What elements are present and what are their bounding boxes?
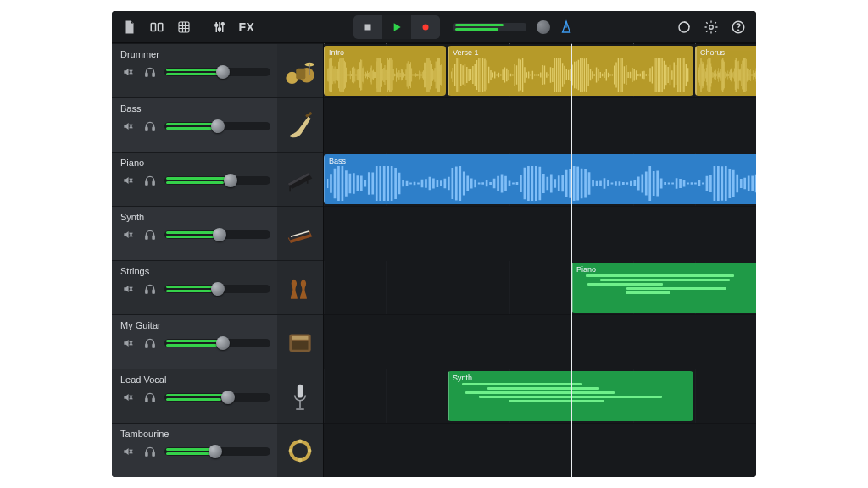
track-header[interactable]: Strings: [112, 261, 323, 315]
instrument-icon[interactable]: [277, 207, 323, 260]
volume-thumb[interactable]: [221, 391, 235, 404]
track-header[interactable]: My Guitar: [112, 315, 323, 369]
instrument-icon[interactable]: [277, 98, 323, 152]
track-header[interactable]: Lead Vocal: [112, 369, 323, 424]
mute-icon[interactable]: [120, 390, 136, 405]
headphones-icon[interactable]: [142, 119, 158, 134]
svg-point-60: [308, 448, 312, 452]
svg-point-61: [298, 458, 303, 462]
volume-thumb[interactable]: [216, 65, 230, 79]
mute-icon[interactable]: [120, 64, 136, 80]
instrument-icon[interactable]: [277, 369, 323, 423]
headphones-icon[interactable]: [142, 390, 158, 405]
track-lane[interactable]: IntroVerse 1Chorus: [324, 44, 756, 98]
svg-rect-57: [153, 452, 154, 456]
svg-rect-35: [153, 236, 154, 239]
garageband-app: FX: [112, 11, 756, 477]
svg-rect-29: [153, 181, 154, 185]
volume-thumb[interactable]: [211, 119, 225, 133]
headphones-icon[interactable]: [142, 173, 158, 188]
master-volume-knob[interactable]: [537, 20, 550, 34]
track-header[interactable]: Tambourine: [112, 424, 323, 477]
volume-slider[interactable]: [164, 334, 270, 352]
svg-rect-25: [305, 111, 312, 117]
instrument-icon[interactable]: [277, 261, 323, 314]
main-toolbar: FX: [112, 11, 756, 43]
region[interactable]: Bass: [324, 154, 756, 204]
track-header[interactable]: Synth: [112, 207, 323, 261]
mute-icon[interactable]: [120, 281, 136, 297]
svg-point-59: [298, 439, 303, 443]
play-button[interactable]: [382, 15, 411, 39]
volume-slider[interactable]: [164, 225, 270, 244]
track-header[interactable]: Bass: [112, 98, 323, 152]
track-lane[interactable]: Bass: [324, 152, 756, 207]
loop-browser-icon[interactable]: [673, 16, 695, 38]
track-name: Strings: [120, 266, 270, 276]
region[interactable]: Verse 1: [448, 46, 693, 96]
region[interactable]: Intro: [324, 46, 446, 96]
svg-rect-15: [153, 73, 154, 76]
volume-slider[interactable]: [164, 63, 270, 81]
svg-rect-0: [151, 23, 155, 30]
svg-point-11: [737, 30, 738, 30]
track-headers: Drummer Bass: [112, 43, 324, 477]
region[interactable]: Synth: [448, 371, 693, 421]
headphones-icon[interactable]: [142, 227, 158, 242]
svg-rect-39: [153, 290, 154, 293]
volume-thumb[interactable]: [213, 228, 226, 241]
help-icon[interactable]: [727, 16, 749, 38]
volume-slider[interactable]: [164, 388, 270, 407]
metronome-icon[interactable]: [555, 16, 577, 38]
volume-slider[interactable]: [164, 280, 270, 298]
browser-icon[interactable]: [146, 16, 168, 38]
region[interactable]: Chorus: [695, 46, 756, 96]
track-name: My Guitar: [120, 320, 270, 330]
svg-point-5: [221, 22, 224, 25]
track-header[interactable]: Drummer: [112, 44, 323, 98]
volume-thumb[interactable]: [209, 445, 222, 458]
region-lanes[interactable]: IntroVerse 1ChorusBassPianoSynthStringsM…: [324, 44, 756, 477]
stop-button[interactable]: [353, 15, 382, 39]
volume-slider[interactable]: [164, 117, 270, 136]
headphones-icon[interactable]: [142, 336, 158, 351]
headphones-icon[interactable]: [142, 281, 158, 297]
mute-icon[interactable]: [120, 444, 136, 459]
region[interactable]: Piano: [571, 263, 756, 313]
fx-button[interactable]: FX: [236, 16, 258, 38]
svg-rect-56: [146, 452, 147, 456]
volume-slider[interactable]: [164, 171, 270, 190]
track-name: Drummer: [120, 49, 270, 59]
volume-thumb[interactable]: [216, 336, 230, 350]
transport-controls: [353, 15, 440, 39]
instrument-icon[interactable]: [277, 44, 323, 97]
track-lane[interactable]: Piano: [324, 261, 756, 315]
timeline[interactable]: 12345678 IntroVerse 1ChorusBassPianoSynt…: [324, 43, 756, 477]
svg-rect-50: [153, 398, 154, 402]
volume-thumb[interactable]: [211, 282, 225, 296]
settings-icon[interactable]: [700, 16, 722, 38]
volume-thumb[interactable]: [224, 174, 237, 187]
mute-icon[interactable]: [120, 336, 136, 351]
instrument-icon[interactable]: [277, 152, 323, 206]
track-header[interactable]: Piano: [112, 152, 323, 207]
mute-icon[interactable]: [120, 227, 136, 242]
track-name: Synth: [120, 212, 270, 222]
mute-icon[interactable]: [120, 173, 136, 188]
instrument-icon[interactable]: [277, 315, 323, 369]
svg-rect-52: [299, 400, 301, 408]
svg-rect-45: [292, 341, 309, 349]
mute-icon[interactable]: [120, 119, 136, 134]
mixer-icon[interactable]: [209, 16, 231, 38]
volume-slider[interactable]: [164, 442, 270, 461]
svg-rect-43: [153, 344, 154, 347]
grid-icon[interactable]: [173, 16, 195, 38]
headphones-icon[interactable]: [142, 64, 158, 80]
record-button[interactable]: [411, 15, 440, 39]
headphones-icon[interactable]: [142, 444, 158, 459]
my-songs-icon[interactable]: [119, 16, 141, 38]
track-name: Bass: [120, 103, 270, 114]
instrument-icon[interactable]: [277, 424, 323, 477]
svg-rect-49: [146, 398, 147, 402]
track-lane[interactable]: Synth: [324, 369, 756, 424]
